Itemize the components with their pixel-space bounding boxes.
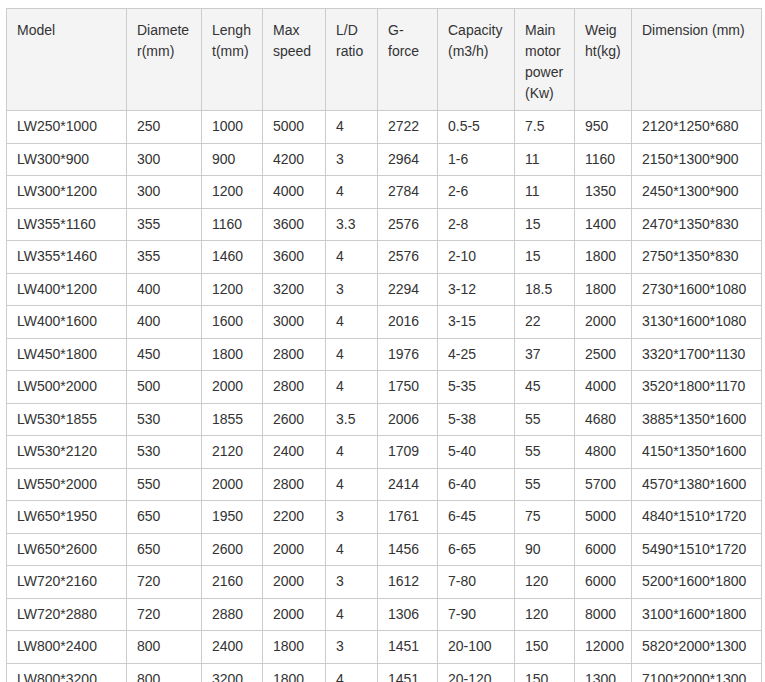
table-cell: 1160 bbox=[202, 208, 263, 241]
table-cell: 2722 bbox=[378, 111, 438, 144]
table-cell: 1306 bbox=[378, 598, 438, 631]
table-cell: 3-15 bbox=[438, 306, 515, 339]
table-cell: 4 bbox=[326, 338, 378, 371]
table-cell: 37 bbox=[515, 338, 575, 371]
table-cell: 1456 bbox=[378, 533, 438, 566]
model-cell: LW720*2880 bbox=[7, 598, 127, 631]
table-cell: 7.5 bbox=[515, 111, 575, 144]
table-cell: 800 bbox=[127, 663, 202, 682]
table-cell: 2000 bbox=[263, 533, 326, 566]
table-cell: 2750*1350*830 bbox=[632, 241, 762, 274]
table-cell: 2-10 bbox=[438, 241, 515, 274]
table-cell: 1950 bbox=[202, 501, 263, 534]
table-cell: 5700 bbox=[575, 468, 632, 501]
model-cell: LW800*2400 bbox=[7, 631, 127, 664]
table-cell: 2964 bbox=[378, 143, 438, 176]
table-cell: 800 bbox=[127, 631, 202, 664]
table-cell: 2294 bbox=[378, 273, 438, 306]
table-cell: 5-40 bbox=[438, 436, 515, 469]
table-cell: 2800 bbox=[263, 468, 326, 501]
table-cell: 1800 bbox=[575, 241, 632, 274]
table-row: LW720*216072021602000316127-801206000520… bbox=[7, 566, 762, 599]
table-cell: 3.3 bbox=[326, 208, 378, 241]
table-cell: 4-25 bbox=[438, 338, 515, 371]
table-cell: 1855 bbox=[202, 403, 263, 436]
table-cell: 3100*1600*1800 bbox=[632, 598, 762, 631]
table-cell: 5-35 bbox=[438, 371, 515, 404]
table-row: LW300*120030012004000427842-61113502450*… bbox=[7, 176, 762, 209]
table-row: LW450*180045018002800419764-253725003320… bbox=[7, 338, 762, 371]
table-row: LW500*200050020002800417505-354540003520… bbox=[7, 371, 762, 404]
table-cell: 1-6 bbox=[438, 143, 515, 176]
table-cell: 3000 bbox=[263, 306, 326, 339]
table-row: LW550*200055020002800424146-405557004570… bbox=[7, 468, 762, 501]
model-cell: LW550*2000 bbox=[7, 468, 127, 501]
model-cell: LW650*1950 bbox=[7, 501, 127, 534]
table-cell: 55 bbox=[515, 468, 575, 501]
table-row: LW720*288072028802000413067-901208000310… bbox=[7, 598, 762, 631]
table-cell: 720 bbox=[127, 566, 202, 599]
model-cell: LW530*2120 bbox=[7, 436, 127, 469]
table-cell: 4 bbox=[326, 371, 378, 404]
table-cell: 3 bbox=[326, 273, 378, 306]
table-cell: 1200 bbox=[202, 273, 263, 306]
table-cell: 300 bbox=[127, 143, 202, 176]
table-cell: 355 bbox=[127, 241, 202, 274]
table-cell: 2730*1600*1080 bbox=[632, 273, 762, 306]
table-cell: 11 bbox=[515, 176, 575, 209]
table-cell: 450 bbox=[127, 338, 202, 371]
column-header-6: Capacity(m3/h) bbox=[438, 9, 515, 111]
table-cell: 2006 bbox=[378, 403, 438, 436]
table-cell: 400 bbox=[127, 306, 202, 339]
product-spec-table: ModelDiameter(mm)Lenght(mm)Max speedL/D … bbox=[6, 8, 762, 682]
table-cell: 90 bbox=[515, 533, 575, 566]
table-cell: 3520*1800*1170 bbox=[632, 371, 762, 404]
column-header-3: Max speed bbox=[263, 9, 326, 111]
table-cell: 6-40 bbox=[438, 468, 515, 501]
column-header-7: Main motor power (Kw) bbox=[515, 9, 575, 111]
table-cell: 4 bbox=[326, 306, 378, 339]
table-cell: 1460 bbox=[202, 241, 263, 274]
table-cell: 1761 bbox=[378, 501, 438, 534]
table-cell: 4000 bbox=[575, 371, 632, 404]
table-cell: 950 bbox=[575, 111, 632, 144]
table-cell: 2150*1300*900 bbox=[632, 143, 762, 176]
column-header-9: Dimension (mm) bbox=[632, 9, 762, 111]
table-cell: 2400 bbox=[263, 436, 326, 469]
table-cell: 2160 bbox=[202, 566, 263, 599]
table-cell: 3600 bbox=[263, 241, 326, 274]
table-cell: 3.5 bbox=[326, 403, 378, 436]
table-cell: 1800 bbox=[263, 663, 326, 682]
column-header-2: Lenght(mm) bbox=[202, 9, 263, 111]
table-cell: 1800 bbox=[263, 631, 326, 664]
table-cell: 4200 bbox=[263, 143, 326, 176]
table-cell: 55 bbox=[515, 403, 575, 436]
model-cell: LW650*2600 bbox=[7, 533, 127, 566]
table-cell: 1400 bbox=[575, 208, 632, 241]
table-row: LW300*9003009004200329641-61111602150*13… bbox=[7, 143, 762, 176]
table-cell: 720 bbox=[127, 598, 202, 631]
table-cell: 5820*2000*1300 bbox=[632, 631, 762, 664]
model-cell: LW400*1600 bbox=[7, 306, 127, 339]
table-cell: 2400 bbox=[202, 631, 263, 664]
table-cell: 2800 bbox=[263, 338, 326, 371]
table-row: LW355*1160355116036003.325762-8151400247… bbox=[7, 208, 762, 241]
table-cell: 5000 bbox=[263, 111, 326, 144]
model-cell: LW300*900 bbox=[7, 143, 127, 176]
table-cell: 18.5 bbox=[515, 273, 575, 306]
table-cell: 45 bbox=[515, 371, 575, 404]
table-row: LW400*120040012003200322943-1218.5180027… bbox=[7, 273, 762, 306]
model-cell: LW800*3200 bbox=[7, 663, 127, 682]
table-cell: 15 bbox=[515, 208, 575, 241]
table-cell: 1160 bbox=[575, 143, 632, 176]
table-cell: 2784 bbox=[378, 176, 438, 209]
table-cell: 2016 bbox=[378, 306, 438, 339]
table-cell: 1600 bbox=[202, 306, 263, 339]
table-cell: 1350 bbox=[575, 176, 632, 209]
model-cell: LW355*1160 bbox=[7, 208, 127, 241]
table-cell: 3320*1700*1130 bbox=[632, 338, 762, 371]
model-cell: LW250*1000 bbox=[7, 111, 127, 144]
table-row: LW530*1855530185526003.520065-3855468038… bbox=[7, 403, 762, 436]
table-cell: 1800 bbox=[575, 273, 632, 306]
table-cell: 2450*1300*900 bbox=[632, 176, 762, 209]
